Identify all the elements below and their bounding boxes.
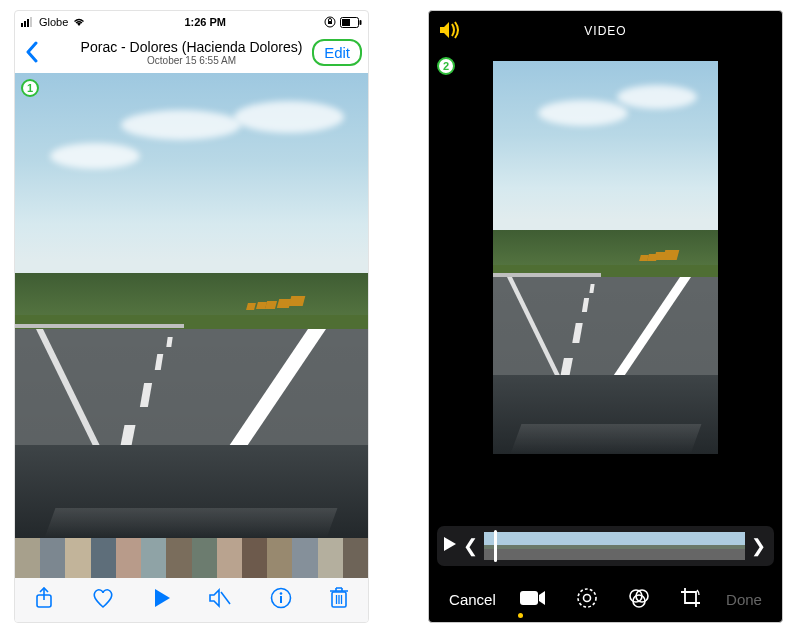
svg-rect-7 xyxy=(342,19,350,26)
filters-tab-icon[interactable] xyxy=(628,587,650,612)
bottom-toolbar xyxy=(15,578,368,622)
trash-icon[interactable] xyxy=(329,586,349,614)
svg-rect-2 xyxy=(27,19,29,27)
orientation-lock-icon xyxy=(324,16,336,28)
timeline-playhead[interactable] xyxy=(494,530,497,562)
done-button[interactable]: Done xyxy=(726,591,770,608)
svg-rect-8 xyxy=(360,20,362,25)
nav-bar: Porac - Dolores (Hacienda Dolores) Octob… xyxy=(15,31,368,73)
svg-point-26 xyxy=(578,589,596,607)
battery-icon xyxy=(340,17,362,28)
svg-marker-23 xyxy=(444,537,456,551)
carrier-label: Globe xyxy=(39,16,68,28)
signal-icon xyxy=(21,17,35,27)
trim-handle-left[interactable]: ❮ xyxy=(461,535,480,557)
video-preview[interactable]: 1 xyxy=(15,73,368,538)
video-tab-icon[interactable] xyxy=(520,589,546,610)
svg-rect-1 xyxy=(24,21,26,27)
svg-line-11 xyxy=(221,592,230,604)
svg-point-27 xyxy=(583,594,590,601)
editor-body: 2 xyxy=(429,51,782,516)
video-timeline[interactable]: ❮ ❯ xyxy=(437,526,774,566)
info-icon[interactable] xyxy=(270,587,292,613)
status-bar: Globe 1:26 PM xyxy=(15,11,368,31)
editor-tabs: Cancel Done xyxy=(429,576,782,622)
cancel-button[interactable]: Cancel xyxy=(441,591,496,608)
editor-title: VIDEO xyxy=(429,24,782,38)
timeline-frames[interactable] xyxy=(484,532,745,560)
back-button[interactable] xyxy=(21,34,43,70)
heart-icon[interactable] xyxy=(91,587,115,613)
crop-tab-icon[interactable] xyxy=(680,587,702,612)
photos-app-viewer: Globe 1:26 PM Porac - Dolores (Hacienda … xyxy=(14,10,369,623)
trim-handle-right[interactable]: ❯ xyxy=(749,535,768,557)
road-scene-image xyxy=(493,61,718,454)
wifi-icon xyxy=(72,17,86,27)
step-badge-1: 1 xyxy=(21,79,39,97)
svg-marker-25 xyxy=(539,591,545,605)
step-badge-2: 2 xyxy=(437,57,455,75)
editor-preview[interactable] xyxy=(493,61,718,454)
timeline-play-icon[interactable] xyxy=(443,536,457,556)
svg-rect-14 xyxy=(280,596,282,603)
share-icon[interactable] xyxy=(34,586,54,614)
status-time: 1:26 PM xyxy=(184,16,226,28)
adjust-tab-icon[interactable] xyxy=(576,587,598,612)
svg-point-13 xyxy=(279,592,282,595)
svg-rect-3 xyxy=(30,17,32,27)
editor-header: VIDEO xyxy=(429,11,782,51)
speaker-mute-icon[interactable] xyxy=(208,588,232,612)
photos-app-video-editor: VIDEO 2 xyxy=(428,10,783,623)
thumbnail-strip[interactable] xyxy=(15,538,368,578)
active-tab-indicator xyxy=(518,613,523,618)
svg-marker-10 xyxy=(155,589,170,607)
svg-rect-0 xyxy=(21,23,23,27)
svg-rect-5 xyxy=(328,21,332,24)
edit-button[interactable]: Edit xyxy=(312,39,362,66)
road-scene-image xyxy=(15,73,368,538)
play-icon[interactable] xyxy=(153,588,171,612)
svg-rect-24 xyxy=(520,591,538,605)
